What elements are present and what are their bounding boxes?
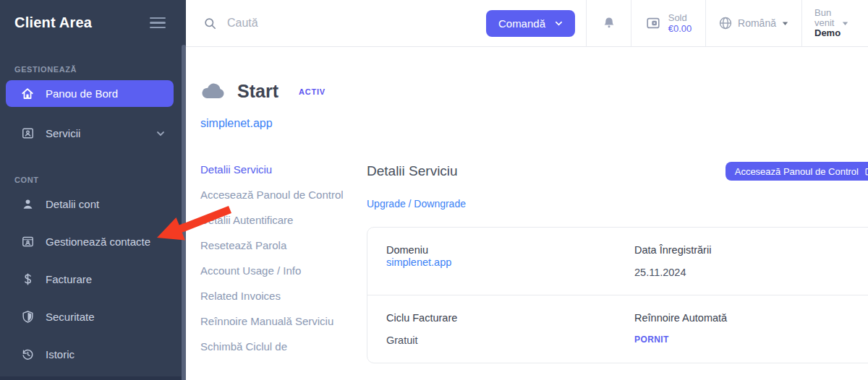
field-value: Gratuit (386, 334, 634, 346)
globe-icon (718, 16, 733, 30)
subnav-item-reinnoire-manuala[interactable]: Reînnoire Manuală Serviciu (200, 314, 348, 329)
field-domeniu: Domeniu simplenet.app (386, 244, 634, 278)
shield-icon (20, 310, 35, 324)
subnav-item-detalii-autentificare[interactable]: Detalii Autentificare (200, 212, 348, 228)
sidebar-item-facturare[interactable]: Facturare (6, 266, 174, 293)
domain-value-link[interactable]: simplenet.app (386, 256, 451, 268)
language-label: Română (738, 17, 776, 29)
sidebar-item-label: Gestionează contacte (46, 236, 150, 248)
sidebar-item-label: Facturare (46, 273, 92, 285)
topbar: Comandă Sold €0.00 Română Bun venit (186, 0, 868, 47)
subnav-item-detalii-serviciu[interactable]: Detalii Serviciu (200, 162, 348, 177)
person-icon (20, 197, 35, 212)
card-row: Ciclu Facturare Gratuit Reînnoire Automa… (367, 295, 868, 363)
chevron-down-icon (841, 20, 849, 27)
app-title: Client Area (14, 14, 92, 31)
username: Demo (814, 28, 849, 38)
sidebar-item-label: Securitate (46, 311, 95, 323)
home-icon (20, 87, 35, 101)
balance-value: €0.00 (668, 23, 692, 34)
cloud-icon (200, 83, 225, 100)
subnav-item-related-invoices[interactable]: Related Invoices (200, 288, 348, 303)
field-label: Ciclu Facturare (386, 312, 634, 324)
service-name: Start (237, 81, 278, 102)
service-subnav: Detalii Serviciu Accesează Panoul de Con… (200, 162, 348, 363)
order-button[interactable]: Comandă (486, 10, 575, 37)
balance-label: Sold (668, 12, 692, 23)
auto-renew-toggle[interactable]: PORNIT (634, 334, 868, 345)
field-label: Domeniu (386, 244, 634, 256)
id-card-icon (20, 126, 35, 141)
sidebar: Client Area GESTIONEAZĂ Panou de Bord Se… (0, 0, 186, 380)
sidebar-item-gestioneaza-contacte[interactable]: Gestionează contacte (6, 228, 174, 255)
sidebar-item-detalii-cont[interactable]: Detalii cont (6, 191, 174, 217)
field-value: 25.11.2024 (634, 267, 868, 278)
control-panel-button-label: Accesează Panoul de Control (735, 166, 859, 177)
subnav-item-acceseaza-panoul[interactable]: Accesează Panoul de Control (200, 187, 348, 202)
greeting-line2: venit (814, 18, 834, 28)
service-domain-link[interactable]: simplenet.app (200, 117, 273, 130)
field-label: Reînnoire Automată (634, 312, 868, 324)
control-panel-button[interactable]: Accesează Panoul de Control (726, 162, 868, 181)
wallet-icon (645, 15, 661, 31)
order-button-label: Comandă (498, 17, 545, 30)
status-badge: ACTIV (299, 87, 326, 96)
sidebar-scrollbar[interactable] (182, 45, 186, 380)
main-content: Start ACTIV simplenet.app Detalii Servic… (186, 47, 868, 380)
hamburger-icon[interactable] (150, 16, 166, 30)
sidebar-item-istoric[interactable]: Istoric (6, 341, 174, 368)
sidebar-item-securitate[interactable]: Securitate (6, 303, 174, 330)
notifications-button[interactable] (586, 0, 631, 46)
sidebar-item-label: Panou de Bord (46, 87, 118, 100)
external-link-icon (864, 167, 868, 176)
sidebar-item-label: Servicii (46, 127, 80, 139)
sidebar-bottom-strip (0, 376, 182, 380)
upgrade-downgrade-link[interactable]: Upgrade / Downgrade (367, 198, 466, 210)
subnav-item-schimba-ciclul[interactable]: Schimbă Ciclul de (200, 339, 348, 354)
sidebar-item-panou-de-bord[interactable]: Panou de Bord (6, 80, 174, 107)
search-input[interactable] (227, 17, 459, 30)
field-data-inregistrarii: Data Înregistrării 25.11.2024 (634, 244, 868, 278)
sidebar-section-cont: CONT (14, 176, 186, 184)
service-details-card: Domeniu simplenet.app Data Înregistrării… (367, 227, 868, 363)
detail-heading: Detalii Serviciu (367, 162, 458, 179)
bell-icon (602, 16, 616, 30)
sidebar-item-label: Detalii cont (46, 198, 99, 210)
history-clock-icon (20, 347, 35, 362)
chevron-down-icon (156, 129, 165, 138)
balance-widget[interactable]: Sold €0.00 (631, 0, 705, 46)
field-reinnoire-automata: Reînnoire Automată PORNIT (634, 312, 868, 346)
sidebar-section-gestioneaza: GESTIONEAZĂ (14, 65, 186, 74)
service-detail-panel: Detalii Serviciu Accesează Panoul de Con… (367, 162, 868, 363)
field-ciclu-facturare: Ciclu Facturare Gratuit (386, 312, 634, 346)
dollar-icon (20, 272, 35, 287)
chevron-down-icon (555, 20, 563, 27)
user-menu[interactable]: Bun venit Demo (801, 0, 868, 46)
sidebar-item-servicii[interactable]: Servicii (6, 120, 174, 147)
card-row: Domeniu simplenet.app Data Înregistrării… (367, 228, 868, 295)
sidebar-item-label: Istoric (46, 348, 75, 360)
contact-card-icon (20, 235, 35, 249)
subnav-item-account-usage[interactable]: Account Usage / Info (200, 263, 348, 278)
field-label: Data Înregistrării (634, 244, 868, 256)
search-icon (203, 17, 217, 30)
language-selector[interactable]: Română (705, 0, 801, 46)
greeting-line1: Bun (814, 8, 849, 18)
chevron-down-icon (781, 20, 789, 27)
search-area (186, 0, 486, 46)
subnav-item-reseteaza-parola[interactable]: Resetează Parola (200, 238, 348, 253)
